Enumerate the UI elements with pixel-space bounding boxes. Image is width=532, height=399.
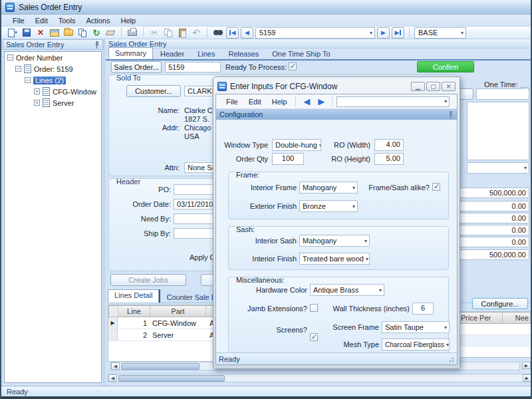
undo-icon[interactable]: ↶ — [190, 27, 202, 38]
tree-label[interactable]: CFG-Window — [53, 88, 96, 96]
interior-finish-dropdown[interactable]: Treated bare wood ▾ — [299, 253, 370, 265]
collapse-icon[interactable]: − — [7, 55, 13, 61]
column-header-price-per[interactable]: Price Per — [459, 313, 503, 323]
column-header-need[interactable]: Nee — [503, 313, 531, 323]
ship-to-address-box[interactable] — [467, 102, 529, 160]
tree-item-order[interactable]: − Order: 5159 — [5, 63, 101, 74]
cell-part[interactable]: Server — [147, 331, 203, 339]
paste-icon[interactable] — [176, 27, 188, 38]
collapse-icon[interactable]: − — [25, 77, 31, 83]
tree-label[interactable]: Server — [53, 99, 74, 107]
ready-to-process-checkbox[interactable] — [289, 63, 297, 70]
resize-grip[interactable] — [448, 356, 454, 362]
find-icon[interactable] — [212, 27, 224, 38]
dialog-combo[interactable]: ▾ — [336, 96, 450, 107]
chevron-down-icon[interactable]: ▾ — [442, 325, 449, 331]
order-number-field[interactable]: 5159 — [165, 62, 221, 72]
back-icon[interactable]: ◀ — [300, 96, 313, 106]
cut-icon[interactable]: ✂ — [148, 27, 160, 38]
chevron-down-icon[interactable]: ▾ — [350, 203, 357, 209]
tree-item-server[interactable]: + Server — [5, 97, 101, 108]
column-header-line[interactable]: Line — [118, 306, 150, 317]
scrollbar-thumb[interactable] — [121, 363, 200, 370]
minimize-icon[interactable]: ▁ — [411, 82, 425, 91]
tab-header[interactable]: Header — [154, 49, 190, 59]
scroll-right-icon[interactable]: ▶ — [522, 362, 531, 369]
menu-edit[interactable]: Edit — [31, 16, 53, 25]
main-scrollbar[interactable]: ◀ ▶ — [108, 374, 532, 382]
delete-icon[interactable]: ✕ — [35, 27, 47, 38]
cell-line[interactable]: 2 — [118, 331, 147, 339]
tree-label[interactable]: Order: 5159 — [34, 65, 73, 73]
menu-help[interactable]: Help — [116, 16, 140, 25]
chevron-down-icon[interactable]: ▾ — [362, 238, 369, 244]
record-combo[interactable]: 5159 ▾ — [255, 27, 375, 39]
maximize-icon[interactable]: ▢ — [426, 82, 440, 91]
frame-sash-alike-checkbox[interactable] — [432, 183, 440, 191]
cell-line[interactable]: 1 — [118, 319, 147, 327]
hardware-color-dropdown[interactable]: Antique Brass ▾ — [310, 284, 384, 296]
column-header-part[interactable]: Part — [150, 306, 206, 317]
chevron-down-icon[interactable]: ▾ — [368, 30, 374, 36]
scrollbar-thumb[interactable] — [118, 375, 225, 382]
tab-one-time-ship-to[interactable]: One Time Ship To — [266, 49, 336, 59]
expand-icon[interactable]: + — [34, 88, 40, 94]
previous-record-button[interactable]: ◀ — [241, 27, 253, 39]
confirm-button[interactable]: Confirm — [417, 61, 474, 72]
interior-frame-dropdown[interactable]: Mahogany ▾ — [299, 182, 358, 194]
collapse-icon[interactable]: − — [15, 66, 21, 72]
first-record-button[interactable]: ◀ — [226, 27, 239, 39]
tree-label[interactable]: Order Number — [16, 54, 63, 62]
close-icon[interactable]: ✕ — [442, 82, 456, 91]
configure-button[interactable]: Configure... — [472, 298, 528, 309]
jamb-extensions-checkbox[interactable] — [310, 304, 318, 312]
cell-part[interactable]: CFG-Window — [147, 319, 203, 327]
mesh-type-dropdown[interactable]: Charcoal Fiberglass ▾ — [382, 338, 450, 350]
chevron-down-icon[interactable]: ▾ — [364, 256, 370, 262]
sales-order-button[interactable]: Sales Order... — [111, 61, 162, 73]
ship-to-dropdown[interactable]: ▾ — [467, 162, 529, 174]
next-record-button[interactable]: ▶ — [377, 27, 390, 39]
chevron-down-icon[interactable]: ▾ — [444, 342, 450, 348]
scroll-left-icon[interactable]: ◀ — [111, 362, 120, 370]
tree-item-lines[interactable]: − Lines (2) — [5, 74, 101, 86]
tab-summary[interactable]: Summary — [108, 47, 153, 59]
menu-actions[interactable]: Actions — [81, 16, 114, 25]
menu-file[interactable]: File — [8, 16, 29, 25]
order-qty-field[interactable]: 100 — [272, 153, 304, 165]
window-type-dropdown[interactable]: Double-hung ▾ — [272, 139, 321, 151]
dialog-menu-file[interactable]: File — [221, 97, 243, 106]
pin-icon[interactable] — [94, 41, 100, 49]
exterior-finish-dropdown[interactable]: Bronze ▾ — [299, 200, 358, 212]
tab-lines[interactable]: Lines — [192, 49, 221, 59]
profile-combo[interactable]: BASE ▾ — [414, 27, 466, 39]
print-icon[interactable] — [126, 27, 138, 38]
copy-document-icon[interactable] — [76, 27, 88, 38]
forward-icon[interactable]: ▶ — [315, 96, 328, 106]
new-icon[interactable]: ▾ — [7, 27, 19, 38]
save-icon[interactable] — [21, 27, 33, 38]
create-jobs-button[interactable]: Create Jobs — [110, 274, 186, 286]
folder-icon[interactable] — [63, 27, 74, 38]
tab-lines-detail[interactable]: Lines Detail — [108, 289, 159, 303]
last-record-button[interactable]: ▶ — [392, 27, 404, 39]
scroll-left-icon[interactable]: ◀ — [108, 374, 117, 382]
tree-item-cfg-window[interactable]: + CFG-Window — [5, 86, 101, 97]
chevron-down-icon[interactable]: ▾ — [442, 98, 449, 104]
customer-button[interactable]: Customer... — [126, 85, 181, 97]
scroll-right-icon[interactable]: ▶ — [523, 374, 531, 382]
chevron-down-icon[interactable]: ▾ — [522, 165, 529, 171]
chevron-down-icon[interactable]: ▾ — [350, 185, 357, 191]
chevron-down-icon[interactable]: ▾ — [377, 287, 384, 293]
tree-item-order-number[interactable]: − Order Number — [5, 52, 101, 63]
menu-tools[interactable]: Tools — [54, 16, 80, 25]
interior-sash-dropdown[interactable]: Mahogany ▾ — [299, 235, 370, 247]
ro-height-field[interactable]: 5.00 — [374, 153, 404, 165]
expand-icon[interactable]: + — [34, 100, 40, 106]
tab-releases[interactable]: Releases — [222, 49, 265, 59]
eraser-icon[interactable] — [104, 27, 116, 38]
dialog-menu-edit[interactable]: Edit — [244, 97, 266, 106]
wall-thickness-field[interactable]: 6 — [412, 303, 434, 315]
screen-frame-dropdown[interactable]: Satin Taupe ▾ — [382, 321, 450, 333]
dialog-menu-help[interactable]: Help — [267, 97, 292, 106]
